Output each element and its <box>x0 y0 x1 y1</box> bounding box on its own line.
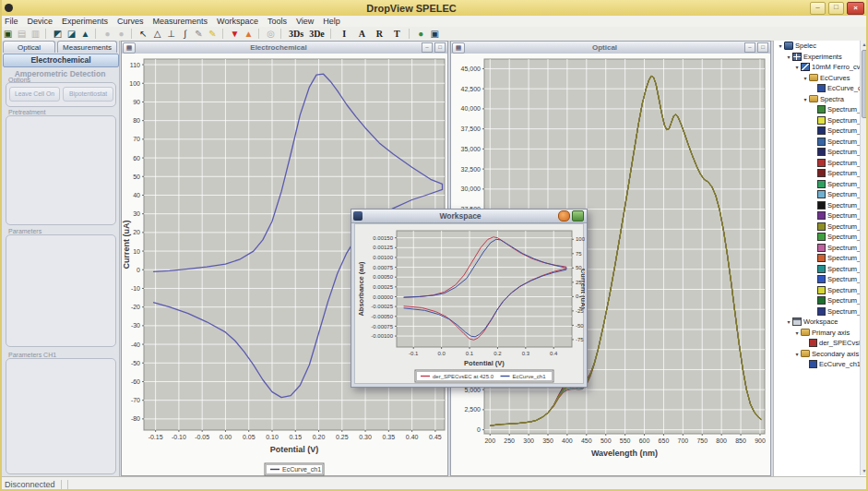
menu-view[interactable]: View <box>291 17 318 26</box>
tree-expander-icon[interactable]: ▾ <box>785 54 792 60</box>
electrochemical-mode-button[interactable]: Electrochemical <box>3 54 119 67</box>
tree-expander-icon[interactable]: ▾ <box>777 42 784 49</box>
tab-measurements[interactable]: Measurements <box>57 41 117 53</box>
spectrometer-button[interactable]: ▲ <box>79 28 91 40</box>
save-button[interactable]: ▤ <box>16 28 28 40</box>
3d-end-button[interactable]: 3De <box>307 28 327 40</box>
tree-item-spectrum-73[interactable]: Spectrum_73 <box>774 295 868 306</box>
device-spec-button[interactable]: ◪ <box>65 28 77 40</box>
menu-measurements[interactable]: Measurements <box>149 17 213 26</box>
tree-item-eccurves[interactable]: ▾EcCurves <box>774 73 868 84</box>
workspace-close-button[interactable] <box>572 210 584 222</box>
svg-text:80: 80 <box>133 117 140 124</box>
svg-text:Current (uA): Current (uA) <box>579 269 585 310</box>
menu-tools[interactable]: Tools <box>263 17 291 26</box>
menu-help[interactable]: Help <box>318 17 345 26</box>
workspace-minimize-button[interactable] <box>558 210 570 222</box>
tree-expander-icon[interactable]: ▾ <box>793 351 801 357</box>
tree-item-spectrum-49[interactable]: Spectrum_49 <box>774 232 868 243</box>
tree-item-spelec[interactable]: ▾Spelec <box>774 41 868 52</box>
close-button[interactable]: × <box>847 2 864 15</box>
tree-expander-icon[interactable]: ▾ <box>802 96 809 102</box>
tree-item-spectrum-13[interactable]: Spectrum_13 <box>774 137 868 148</box>
workspace-window-titlebar[interactable]: Workspace <box>351 210 587 223</box>
tree-expander-icon[interactable]: ▾ <box>793 329 801 336</box>
window-minimize-icon[interactable]: – <box>422 42 433 53</box>
svg-text:350: 350 <box>542 437 553 444</box>
tree-item-eccurve-ch1[interactable]: EcCurve_ch1 <box>774 83 868 94</box>
autoscale-button[interactable]: A <box>354 28 370 40</box>
snapshot-button[interactable]: ▣ <box>429 28 441 40</box>
tree-item-spectrum-33[interactable]: Spectrum_33 <box>774 189 868 200</box>
tree-item-spectrum-17[interactable]: Spectrum_17 <box>774 147 868 158</box>
tree-item-spectrum-65[interactable]: Spectrum_65 <box>774 274 868 285</box>
tree-item-spectrum-61[interactable]: Spectrum_61 <box>774 264 868 275</box>
svg-text:0: 0 <box>137 267 140 273</box>
reset-button[interactable]: R <box>372 28 387 40</box>
tree-item-10mm-ferro-cv1[interactable]: ▾10mM Ferro_cv1 <box>774 62 868 73</box>
tree-item-spectrum-37[interactable]: Spectrum_37 <box>774 200 868 211</box>
peak-max-button[interactable]: ▲ <box>243 28 255 40</box>
tree-scrollbar[interactable]: ▲ ▼ <box>860 41 868 475</box>
tree-item-spectrum-53[interactable]: Spectrum_53 <box>774 243 868 254</box>
bipotentiostat-button[interactable]: Bipotentiostat <box>63 87 113 102</box>
menu-experiments[interactable]: Experiments <box>57 17 113 26</box>
zoom-tool-button[interactable]: △ <box>151 28 163 40</box>
record-button[interactable]: ● <box>101 28 113 40</box>
pause-button[interactable]: ● <box>115 28 127 40</box>
tree-item-spectrum-45[interactable]: Spectrum_45 <box>774 222 868 233</box>
tree-item-spectra[interactable]: ▾Spectra <box>774 94 868 105</box>
target-button[interactable]: ◎ <box>265 28 277 40</box>
device-ec-button[interactable]: ◩ <box>52 28 64 40</box>
tree-item-secondary-axis[interactable]: ▾Secondary axis <box>774 349 868 360</box>
menu-workspace[interactable]: Workspace <box>212 17 263 26</box>
peak-min-button[interactable]: ▼ <box>229 28 241 40</box>
scroll-up-icon[interactable]: ▲ <box>861 41 868 49</box>
leave-cell-on-button[interactable]: Leave Cell On <box>9 87 60 102</box>
tree-item-workspace[interactable]: ▾Workspace <box>774 317 868 328</box>
app-window: DropView SPELEC – □ × FileDeviceExperime… <box>0 0 868 491</box>
tree-item-eccurve-ch1[interactable]: EcCurve_ch1 <box>774 359 868 370</box>
tree-item-spectrum-69[interactable]: Spectrum_69 <box>774 285 868 296</box>
tree-expander-icon[interactable]: ▾ <box>785 318 792 325</box>
menu-file[interactable]: File <box>0 17 23 26</box>
window-minimize-icon[interactable]: – <box>744 42 755 53</box>
window-maximize-icon[interactable]: □ <box>757 42 768 53</box>
tree-item-spectrum-9[interactable]: Spectrum_9 <box>774 126 868 137</box>
pointer-tool-button[interactable]: ↖ <box>137 28 149 40</box>
axes-tool-button[interactable]: ⊥ <box>165 28 177 40</box>
scroll-down-icon[interactable]: ▼ <box>861 467 868 475</box>
text-button[interactable]: T <box>389 28 405 40</box>
tree-item-spectrum-77[interactable]: Spectrum_77 <box>774 306 868 317</box>
3d-start-button[interactable]: 3Ds <box>287 28 305 40</box>
maximize-button[interactable]: □ <box>828 2 844 15</box>
svg-text:20: 20 <box>133 229 140 235</box>
annotate-tool-button[interactable]: ✎ <box>193 28 205 40</box>
menu-device[interactable]: Device <box>23 17 58 26</box>
tree-expander-icon[interactable]: ▾ <box>802 75 809 81</box>
minimize-button[interactable]: – <box>810 2 826 15</box>
tree-item-spectrum-21[interactable]: Spectrum_21 <box>774 158 868 169</box>
new-session-button[interactable]: ▣ <box>2 28 14 40</box>
tree-item-spectrum-29[interactable]: Spectrum_29 <box>774 179 868 190</box>
tree-item-primary-axis[interactable]: ▾Primary axis <box>774 328 868 339</box>
tab-optical[interactable]: Optical <box>3 41 55 53</box>
window-maximize-icon[interactable]: □ <box>434 42 446 53</box>
tree-item-der-specvsec-at-4[interactable]: der_SPECvsEC at 4 <box>774 338 868 349</box>
panel-menu-icon[interactable]: ▦ <box>123 42 136 54</box>
tree-expander-icon[interactable]: ▾ <box>793 64 801 70</box>
tree-item-spectrum-1[interactable]: Spectrum_1 <box>774 104 868 115</box>
tree-item-spectrum-41[interactable]: Spectrum_41 <box>774 210 868 222</box>
tree-item-spectrum-25[interactable]: Spectrum_25 <box>774 168 868 179</box>
integral-tool-button[interactable]: ∫ <box>179 28 191 40</box>
interval-button[interactable]: I <box>337 28 352 40</box>
highlight-tool-button[interactable]: ✎ <box>207 28 219 40</box>
tree-item-experiments[interactable]: ▾Experiments <box>774 52 868 63</box>
tree-scrollbar-thumb[interactable] <box>862 50 868 118</box>
tree-item-spectrum-5[interactable]: Spectrum_5 <box>774 115 868 126</box>
open-button[interactable]: ▥ <box>30 28 42 40</box>
menu-curves[interactable]: Curves <box>113 17 149 26</box>
tree-item-spectrum-57[interactable]: Spectrum_57 <box>774 253 868 264</box>
measure-button[interactable]: ● <box>415 28 427 40</box>
panel-menu-icon[interactable]: ▦ <box>452 42 465 54</box>
